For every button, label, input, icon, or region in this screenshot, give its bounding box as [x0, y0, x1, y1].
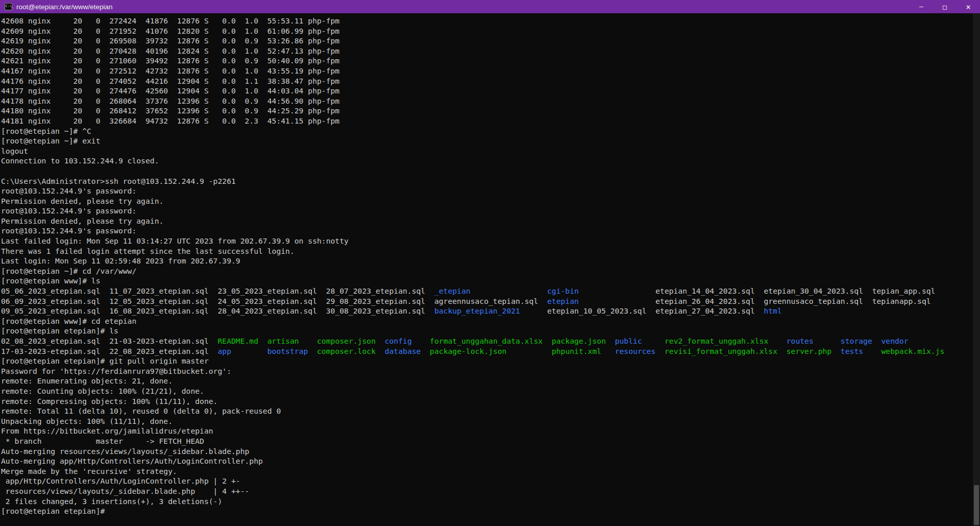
terminal-text: root@103.152.244.9's password:	[1, 206, 136, 215]
terminal-text: logout	[1, 147, 28, 155]
terminal-text: 42620 nginx 20 0 270428 40196 12824 S 0.…	[1, 46, 339, 55]
window-controls: ─□×	[910, 0, 980, 13]
terminal-text: root@103.152.244.9's password:	[1, 226, 136, 235]
terminal-text: 42609 nginx 20 0 271952 41076 12820 S 0.…	[1, 27, 339, 35]
terminal-line: [root@etepian etepian]# ls	[1, 326, 973, 336]
terminal-text: config	[385, 337, 412, 345]
terminal-text: [root@etepian ~]# exit	[1, 136, 101, 145]
terminal-screen[interactable]: 42608 nginx 20 0 272424 41876 12876 S 0.…	[0, 13, 973, 526]
terminal-text	[308, 347, 317, 355]
terminal-line: remote: Compressing objects: 100% (11/11…	[1, 396, 973, 407]
vertical-scrollbar[interactable]	[973, 13, 980, 526]
terminal-text: 02_08_2023_etepian.sql 21-03-2023-etepia…	[1, 337, 217, 345]
terminal-line: 44178 nginx 20 0 268064 37376 12396 S 0.…	[1, 96, 973, 106]
terminal-text	[814, 337, 841, 345]
terminal-text: [root@etepian www]# ls	[1, 276, 101, 285]
terminal-line: Unpacking objects: 100% (11/11), done.	[1, 416, 973, 426]
terminal-text: storage	[841, 337, 872, 345]
terminal-text: format_unggahan_data.xlsx	[430, 337, 543, 345]
terminal-line: Connection to 103.152.244.9 closed.	[1, 156, 973, 166]
terminal-line: 05_06_2023_etepian.sql 11_07_2023_etepia…	[1, 286, 973, 296]
terminal-line: 42619 nginx 20 0 269508 39732 12876 S 0.…	[1, 36, 973, 46]
terminal-text: 06_09_2023_etepian.sql 12_05_2023_etepia…	[1, 297, 547, 305]
terminal-text: remote: Total 11 (delta 10), reused 0 (d…	[1, 407, 281, 415]
maximize-button[interactable]: □	[933, 0, 957, 13]
terminal-text: revisi_format_unggah.xlsx	[665, 347, 777, 355]
terminal-text	[376, 337, 385, 345]
terminal-text: Connection to 103.152.244.9 closed.	[1, 156, 159, 165]
terminal-line: 42620 nginx 20 0 270428 40196 12824 S 0.…	[1, 46, 973, 56]
close-button[interactable]: ×	[957, 0, 980, 13]
terminal-line: 44181 nginx 20 0 326684 94732 12876 S 0.…	[1, 116, 973, 126]
terminal-text: routes	[787, 337, 814, 345]
terminal-text: cgi-bin	[547, 286, 579, 295]
terminal-text: [root@etepian etepian]# ls	[1, 326, 118, 335]
terminal-text: Last login: Mon Sep 11 02:59:48 2023 fro…	[1, 256, 240, 265]
terminal-text: etepian_26_04_2023.sql greennusaco_tepia…	[655, 297, 930, 305]
terminal-line: 02_08_2023_etepian.sql 21-03-2023-etepia…	[1, 336, 973, 346]
terminal-text: package.json	[552, 337, 606, 345]
terminal-line: logout	[1, 146, 973, 156]
terminal-text: 44181 nginx 20 0 326684 94732 12876 S 0.…	[1, 116, 339, 125]
terminal-text: * branch master -> FETCH_HEAD	[1, 437, 204, 445]
terminal-text	[606, 337, 615, 345]
terminal-text: bootstrap	[267, 347, 308, 355]
terminal-text: html	[764, 306, 781, 315]
terminal-text: Auto-merging app/Http/Controllers/Auth/L…	[1, 457, 263, 465]
terminal-line: root@103.152.244.9's password:	[1, 186, 973, 196]
terminal-text	[421, 347, 430, 355]
terminal-text	[412, 337, 430, 345]
terminal-line: Password for 'https://ferdianrura97@bitb…	[1, 366, 973, 376]
terminal-text: Last failed login: Mon Sep 11 03:14:27 U…	[1, 236, 349, 245]
terminal-text: 05_06_2023_etepian.sql 11_07_2023_etepia…	[1, 286, 434, 295]
terminal-text	[579, 297, 655, 305]
terminal-text	[863, 347, 881, 355]
terminal-text	[258, 337, 267, 345]
terminal-text: [root@etepian ~]# cd /var/www/	[1, 267, 136, 275]
terminal-line: [root@etepian www]# cd etepian	[1, 316, 973, 326]
terminal-text: 42608 nginx 20 0 272424 41876 12876 S 0.…	[1, 16, 339, 25]
terminal-text: resources	[615, 347, 656, 355]
title-bar[interactable]: C:\_ root@etepian:/var/www/etepian ─□×	[0, 0, 980, 13]
terminal-text: rev2_format_unggah.xlsx	[665, 337, 768, 345]
terminal-line: [root@etepian ~]# exit	[1, 136, 973, 146]
terminal-text: remote: Enumerating objects: 21, done.	[1, 376, 173, 385]
terminal-text: Auto-merging resources/views/layouts/_si…	[1, 447, 249, 456]
terminal-text	[543, 337, 552, 345]
terminal-line: Auto-merging resources/views/layouts/_si…	[1, 446, 973, 457]
terminal-line: 44177 nginx 20 0 274476 42560 12904 S 0.…	[1, 86, 973, 96]
terminal-line	[1, 166, 973, 176]
terminal-text: app/Http/Controllers/Auth/LoginControlle…	[1, 476, 240, 485]
terminal-text: 09_05_2023_etepian.sql 16_08_2023_etepia…	[1, 306, 434, 315]
terminal-text: [root@etepian ~]# ^C	[1, 127, 91, 135]
terminal-line: C:\Users\Administrator>ssh root@103.152.…	[1, 176, 973, 186]
terminal-text: 44178 nginx 20 0 268064 37376 12396 S 0.…	[1, 97, 339, 105]
terminal-text: webpack.mix.js	[881, 347, 944, 355]
terminal-text: public	[615, 337, 642, 345]
terminal-line: 44167 nginx 20 0 272512 42732 12876 S 0.…	[1, 66, 973, 76]
terminal-text: etepian	[547, 297, 579, 305]
terminal-line: 06_09_2023_etepian.sql 12_05_2023_etepia…	[1, 296, 973, 306]
terminal-line: 2 files changed, 3 insertions(+), 3 dele…	[1, 496, 973, 507]
terminal-text: There was 1 failed login attempt since t…	[1, 247, 295, 255]
terminal-line: 09_05_2023_etepian.sql 16_08_2023_etepia…	[1, 306, 973, 316]
terminal-line: Merge made by the 'recursive' strategy.	[1, 466, 973, 476]
terminal-text	[601, 347, 615, 355]
terminal-text	[231, 347, 267, 355]
terminal-line: [root@etepian ~]# cd /var/www/	[1, 266, 973, 276]
terminal-text: C:\Users\Administrator>ssh root@103.152.…	[1, 177, 236, 185]
cmd-icon: C:\_	[5, 3, 12, 10]
terminal-text: etepian_14_04_2023.sql etepian_30_04_202…	[655, 286, 935, 295]
terminal-line: remote: Total 11 (delta 10), reused 0 (d…	[1, 406, 973, 416]
terminal-text: remote: Counting objects: 100% (21/21), …	[1, 387, 204, 395]
terminal-text: root@103.152.244.9's password:	[1, 186, 136, 195]
terminal-text: 17-03-2023-etepian.sql 22_08_2023_etepia…	[1, 347, 217, 355]
terminal-text: [root@etepian etepian]# git pull origin …	[1, 356, 209, 365]
terminal-text: database	[385, 347, 421, 355]
terminal-text	[299, 337, 317, 345]
terminal-text: 2 files changed, 3 insertions(+), 3 dele…	[1, 497, 222, 506]
terminal-line: 42609 nginx 20 0 271952 41076 12820 S 0.…	[1, 26, 973, 36]
minimize-button[interactable]: ─	[910, 0, 933, 13]
scrollbar-thumb[interactable]	[974, 485, 979, 525]
terminal-line: [root@etepian etepian]# git pull origin …	[1, 356, 973, 366]
